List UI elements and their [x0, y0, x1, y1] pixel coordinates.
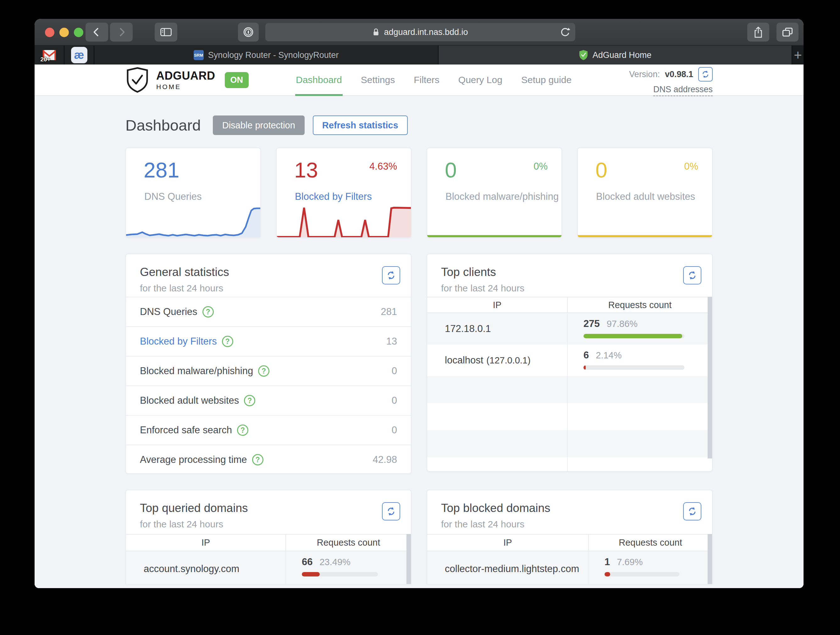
- browser-titlebar: adguard.int.nas.bdd.io: [35, 19, 804, 46]
- panel-title: Top queried domains: [140, 502, 397, 515]
- address-bar[interactable]: adguard.int.nas.bdd.io: [265, 23, 575, 41]
- main-nav: Dashboard Settings Filters Query Log Set…: [286, 65, 581, 95]
- table-row: collector-medium.lightstep.com 1 7.69%: [427, 551, 712, 584]
- card-label: Blocked adult websites: [596, 191, 695, 202]
- lock-icon: [373, 28, 379, 36]
- nav-item-filters[interactable]: Filters: [404, 65, 449, 95]
- page-title: Dashboard: [125, 116, 201, 134]
- tab-synology-router[interactable]: SRM Synology Router - SynologyRouter: [94, 46, 439, 65]
- card-label-link[interactable]: Blocked by Filters: [295, 191, 372, 202]
- stat-row-dns-queries: DNS Queries ? 281: [126, 297, 411, 326]
- sidebar-toggle-button[interactable]: [155, 23, 177, 41]
- reload-button[interactable]: [560, 27, 570, 38]
- panel-subtitle: for the last 24 hours: [140, 283, 397, 294]
- refresh-statistics-button[interactable]: Refresh statistics: [313, 116, 408, 135]
- srm-favicon: SRM: [194, 50, 204, 60]
- tab-bar: 20+ æ SRM Synology Router - SynologyRout…: [35, 46, 804, 65]
- tab-adguard-home[interactable]: AdGuard Home: [439, 46, 792, 65]
- card-label: DNS Queries: [144, 191, 202, 202]
- help-icon[interactable]: ?: [252, 454, 264, 466]
- adguard-logo[interactable]: ADGUARD HOME: [125, 67, 215, 93]
- panel-subtitle: for the last 24 hours: [140, 519, 397, 530]
- help-icon[interactable]: ?: [237, 424, 248, 436]
- tab-overview-button[interactable]: [777, 23, 799, 41]
- stat-row-avg-processing: Average processing time ? 42.98: [126, 445, 411, 474]
- column-header-ip[interactable]: IP: [427, 535, 589, 551]
- request-percent: 97.86%: [607, 319, 638, 329]
- column-header-requests[interactable]: Requests count: [589, 535, 712, 551]
- column-header-requests[interactable]: Requests count: [568, 298, 712, 312]
- progress-bar: [605, 572, 679, 576]
- progress-bar: [302, 572, 378, 576]
- nav-item-settings[interactable]: Settings: [352, 65, 404, 95]
- scrollbar-thumb[interactable]: [707, 297, 712, 458]
- column-header-ip[interactable]: IP: [126, 535, 286, 551]
- blocked-domain: collector-medium.lightstep.com: [427, 551, 589, 584]
- panels-row-1: General statistics for the last 24 hours…: [125, 253, 713, 474]
- refresh-panel-button[interactable]: [683, 502, 701, 521]
- nav-item-dashboard[interactable]: Dashboard: [286, 65, 352, 95]
- scrollbar-thumb[interactable]: [707, 534, 712, 584]
- card-label: Blocked malware/phishing: [445, 191, 559, 202]
- blocked-filters-sparkline: [277, 205, 411, 238]
- dns-addresses-link[interactable]: DNS addresses: [653, 85, 713, 96]
- check-updates-button[interactable]: [698, 67, 713, 81]
- help-icon[interactable]: ?: [258, 365, 269, 377]
- top-clients-panel: Top clients for the last 24 hours IP: [426, 253, 713, 472]
- table-row-empty: [427, 457, 712, 472]
- refresh-panel-button[interactable]: [683, 266, 701, 285]
- disable-protection-button[interactable]: Disable protection: [213, 116, 305, 135]
- password-extension-button[interactable]: [238, 23, 259, 41]
- table-row-empty: [427, 403, 712, 430]
- adguard-favicon-icon: [579, 50, 588, 60]
- nav-item-setup-guide[interactable]: Setup guide: [512, 65, 581, 95]
- column-header-requests[interactable]: Requests count: [286, 535, 411, 551]
- stat-value: 13: [386, 336, 397, 347]
- help-icon[interactable]: ?: [202, 306, 214, 318]
- forward-button[interactable]: [110, 23, 133, 41]
- stat-label: Blocked malware/phishing: [140, 365, 253, 377]
- share-icon: [753, 26, 763, 38]
- progress-bar-fill: [583, 365, 586, 370]
- protection-status-badge: ON: [225, 72, 249, 88]
- share-button[interactable]: [747, 23, 769, 41]
- client-ip-note: (127.0.0.1): [486, 355, 531, 366]
- ae-icon: æ: [71, 47, 87, 63]
- refresh-icon: [386, 271, 396, 280]
- nav-item-query-log[interactable]: Query Log: [449, 65, 512, 95]
- pinned-tab-ae[interactable]: æ: [65, 46, 94, 65]
- version-label: Version:: [629, 70, 660, 79]
- chevron-right-icon: [116, 27, 127, 38]
- zoom-window-button[interactable]: [74, 28, 83, 37]
- pinned-tab-gmail[interactable]: 20+: [35, 46, 65, 65]
- panel-subtitle: for the last 24 hours: [441, 519, 698, 530]
- new-tab-button[interactable]: +: [792, 46, 804, 65]
- refresh-panel-button[interactable]: [382, 266, 400, 285]
- help-icon[interactable]: ?: [222, 336, 233, 347]
- tab-title: AdGuard Home: [592, 50, 652, 60]
- panel-title: General statistics: [140, 266, 397, 279]
- refresh-icon: [687, 271, 697, 280]
- request-percent: 7.69%: [617, 557, 643, 567]
- close-window-button[interactable]: [45, 28, 54, 37]
- refresh-panel-button[interactable]: [382, 502, 400, 521]
- table-row-empty: [427, 430, 712, 457]
- column-header-ip[interactable]: IP: [427, 298, 568, 312]
- scrollbar-thumb[interactable]: [406, 534, 411, 584]
- back-button[interactable]: [85, 23, 108, 41]
- stat-value: 0: [392, 395, 397, 406]
- card-value: 0: [595, 158, 607, 182]
- minimize-window-button[interactable]: [59, 28, 69, 37]
- stat-row-blocked-malware: Blocked malware/phishing ? 0: [126, 356, 411, 385]
- refresh-icon: [701, 70, 709, 78]
- request-count: 1: [605, 556, 610, 568]
- help-icon[interactable]: ?: [244, 395, 255, 406]
- progress-bar: [583, 365, 684, 370]
- card-percent: 0%: [534, 161, 548, 172]
- card-value: 0: [445, 158, 457, 182]
- panel-title: Top clients: [441, 266, 698, 279]
- stat-label-link[interactable]: Blocked by Filters: [140, 336, 217, 347]
- flat-sparkline: [578, 235, 712, 237]
- progress-bar-fill: [583, 334, 682, 338]
- version-block: Version: v0.98.1 DNS addresses: [629, 67, 713, 96]
